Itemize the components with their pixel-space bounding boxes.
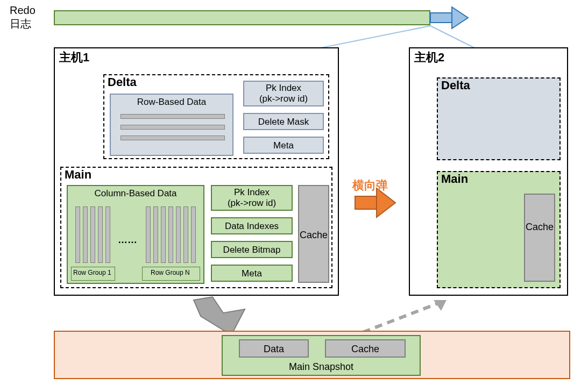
host2-delta-title: Delta: [441, 79, 470, 92]
main-pkindex-line1: Pk Index: [212, 187, 292, 198]
col-strip: [90, 206, 95, 263]
col-strip: [191, 206, 196, 263]
svg-rect-6: [355, 196, 377, 209]
redo-label-line2: 日志: [10, 17, 36, 31]
host1-delta-box: Delta Row-Based Data Pk Index (pk->row i…: [103, 74, 329, 159]
snapshot-data-box: Data: [239, 339, 309, 358]
host1-box: 主机1 Delta Row-Based Data Pk Index (pk->r…: [54, 47, 339, 296]
col-strip: [183, 206, 188, 263]
host2-cache-label: Cache: [526, 222, 554, 232]
main-deletebitmap-label: Delete Bitmap: [223, 245, 281, 255]
svg-rect-0: [430, 13, 452, 23]
snapshot-title: Main Snapshot: [223, 361, 420, 373]
main-cache-label: Cache: [300, 230, 328, 240]
delta-deletemask-label: Delete Mask: [258, 117, 309, 127]
col-strip: [161, 206, 166, 263]
main-title: Main: [65, 168, 91, 182]
delta-title: Delta: [108, 75, 137, 89]
col-strip: [75, 206, 80, 263]
col-ellipsis: ……: [118, 234, 137, 246]
main-pkindex-box: Pk Index (pk->row id): [211, 185, 293, 211]
horizontal-elastic-label: 横向弹: [352, 177, 388, 194]
main-meta-box: Meta: [211, 265, 293, 282]
delta-pkindex-box: Pk Index (pk->row id): [243, 81, 324, 106]
delta-deletemask-box: Delete Mask: [243, 113, 324, 130]
delta-pkindex-line1: Pk Index: [244, 83, 323, 94]
row-strip: [121, 114, 225, 119]
main-meta-label: Meta: [242, 268, 262, 279]
main-snapshot-box: Data Cache Main Snapshot: [222, 335, 421, 376]
snapshot-cache-label: Cache: [351, 344, 379, 354]
host1-down-arrow-icon: [194, 297, 245, 335]
delta-meta-box: Meta: [243, 137, 324, 154]
row-strip: [121, 125, 225, 130]
host1-title: 主机1: [59, 49, 89, 66]
col-strip: [168, 206, 173, 263]
row-groupn-label: Row Group N: [151, 269, 190, 276]
col-strip: [176, 206, 181, 263]
snapshot-cache-box: Cache: [325, 339, 406, 358]
main-dataindexes-label: Data Indexes: [225, 221, 279, 231]
col-strip: [105, 206, 110, 263]
delta-meta-label: Meta: [273, 140, 294, 151]
col-strip: [153, 206, 158, 263]
row-based-data-label: Row-Based Data: [111, 95, 232, 108]
col-strip: [83, 206, 88, 263]
svg-marker-8: [194, 297, 245, 335]
svg-marker-1: [452, 7, 468, 28]
host2-delta-box: Delta: [437, 77, 561, 160]
row-strip: [121, 136, 225, 140]
row-group1-label: Row Group 1: [73, 269, 111, 276]
host2-main-title: Main: [441, 172, 468, 186]
col-strip: [146, 206, 151, 263]
main-cache-box: Cache: [298, 185, 329, 283]
main-dataindexes-box: Data Indexes: [211, 217, 293, 234]
redo-arrow-icon: [430, 7, 468, 28]
delta-pkindex-line2: (pk->row id): [244, 94, 323, 104]
main-pkindex-line2: (pk->row id): [212, 198, 292, 209]
svg-marker-10: [434, 300, 447, 311]
host2-cache-box: Cache: [524, 194, 555, 282]
col-strip: [98, 206, 103, 263]
redo-label-line1: Redo: [10, 4, 36, 17]
row-based-data-box: Row-Based Data: [110, 94, 233, 156]
col-based-label: Column-Based Data: [68, 186, 203, 199]
redo-label: Redo 日志: [10, 4, 36, 31]
host2-box: 主机2 Delta Main Cache: [409, 47, 568, 296]
host2-title: 主机2: [414, 49, 444, 66]
host1-main-box: Main Column-Based Data …… Row Group 1 Ro…: [60, 167, 332, 288]
redo-log-bar: [54, 10, 430, 25]
main-deletebitmap-box: Delete Bitmap: [211, 241, 293, 258]
snapshot-data-label: Data: [264, 344, 284, 354]
shared-storage-box: Data Cache Main Snapshot: [54, 331, 570, 379]
col-based-data-box: Column-Based Data …… Row Group 1 Row Gro…: [67, 185, 204, 284]
host2-main-box: Main Cache: [437, 171, 561, 288]
